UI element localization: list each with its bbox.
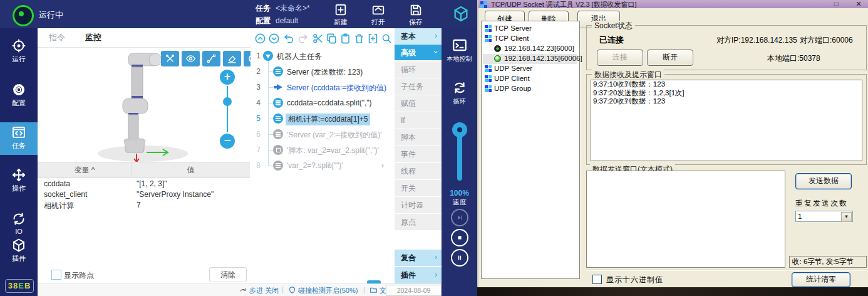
undo-button[interactable] — [283, 33, 296, 46]
cmd-item-switch[interactable]: 开关 — [395, 180, 442, 196]
cmd-item-if[interactable]: If — [395, 112, 442, 129]
save-icon — [409, 3, 423, 17]
search-button[interactable] — [381, 33, 394, 46]
close-button[interactable]: ✕ — [854, 0, 863, 8]
program-line[interactable]: 2 Server (发送数据: 123) — [251, 64, 394, 80]
tree-item-udp-client[interactable]: UDP Client — [483, 74, 577, 84]
zoom-in-button[interactable]: + — [220, 70, 235, 85]
running-status-icon — [13, 5, 34, 26]
show-hex-checkbox[interactable] — [592, 275, 602, 284]
terminal-icon — [452, 37, 468, 53]
open-task-button[interactable]: 打开 — [364, 3, 392, 27]
clear-button[interactable]: 清除 — [209, 267, 247, 282]
target-icon — [11, 38, 26, 53]
repeat-count-label: 重复发送次数 — [795, 198, 848, 209]
local-control-button[interactable]: 本地控制 — [442, 37, 477, 63]
table-row[interactable]: 相机计算 7 — [38, 200, 250, 211]
cmd-item-assign[interactable]: 赋值 — [395, 95, 442, 112]
column-value[interactable]: 值 — [132, 165, 250, 176]
redo-button[interactable] — [297, 33, 310, 46]
cut-button[interactable] — [312, 33, 325, 46]
zoom-slider-knob[interactable] — [223, 97, 232, 106]
tab-plugin[interactable]: 插件› — [395, 267, 442, 283]
scissors-icon — [312, 33, 324, 45]
stop-button[interactable] — [451, 229, 468, 246]
column-variable[interactable]: 变量 ^ — [38, 165, 132, 176]
program-line-disabled[interactable]: 6 'Server (var_2:=接收到的值)' — [251, 127, 394, 142]
view-path-button[interactable] — [202, 51, 220, 66]
tab-basic[interactable]: 基本› — [395, 28, 442, 44]
step-forward-button[interactable] — [451, 209, 468, 226]
program-line-current[interactable]: 3 Server (ccddata:=接收到的值) — [251, 80, 394, 95]
table-row[interactable]: ccddata "[1, 2, 3]" — [38, 179, 250, 189]
speed-slider-knob[interactable] — [452, 122, 467, 137]
connect-button[interactable]: 连接 — [597, 50, 643, 66]
collision-detect-status[interactable]: 碰撞检测开启(50%) — [288, 286, 358, 295]
panel-collapse-chevron[interactable]: › — [381, 161, 384, 170]
view-erase-button[interactable] — [223, 51, 241, 66]
clear-stats-button[interactable]: 统计清零 — [792, 272, 850, 287]
program-line-disabled[interactable]: 7 '脚本: var_2=var_2.split(",")' — [251, 142, 394, 158]
delete-button[interactable] — [353, 33, 366, 46]
cmd-item-loop[interactable]: 循环 — [395, 61, 442, 78]
cmd-item-subtask[interactable]: 子任务 — [395, 78, 442, 95]
expand-all-button[interactable] — [268, 33, 281, 46]
sidebar-item-run[interactable]: 运行 — [0, 36, 38, 68]
step-mode-status[interactable]: 步进 关闭 — [239, 286, 279, 295]
new-task-button[interactable]: 新建 — [327, 3, 354, 27]
tab-advanced[interactable]: 高级› — [395, 45, 442, 60]
connection-status-icon — [494, 55, 501, 62]
tree-item-tcp-client[interactable]: TCP Client — [483, 34, 577, 44]
local-port: 本地端口:50378 — [767, 53, 820, 64]
cmd-item-timer[interactable]: 计时器 — [395, 197, 442, 213]
show-waypoints-checkbox[interactable] — [51, 270, 61, 280]
tree-item-connection[interactable]: 192.168.142.23[6000] — [483, 44, 577, 54]
repeat-count-select[interactable]: 1 ▼ — [795, 211, 853, 222]
speed-slider-track[interactable] — [457, 132, 462, 181]
insert-button[interactable] — [367, 33, 380, 46]
tab-monitor[interactable]: 监控 — [85, 32, 101, 43]
cmd-item-origin[interactable]: 原点 — [395, 214, 442, 230]
view-visibility-button[interactable] — [182, 51, 200, 66]
save-task-button[interactable]: 保存 — [402, 3, 430, 27]
send-data-button[interactable]: 发送数据 — [795, 173, 852, 189]
disconnect-button[interactable]: 断开 — [647, 50, 693, 66]
sidebar-item-plugin[interactable]: 插件 — [0, 235, 38, 268]
copy-button[interactable] — [326, 33, 339, 46]
table-row[interactable]: socket_client "ServerProxy Instance" — [38, 189, 250, 200]
program-line-selected[interactable]: 5 相机计算:=ccddata[1]+5 — [251, 111, 394, 127]
socket-tool-window: TCP/UDP Socket 调试工具 V2.3 [数据收发窗口] □ ✕ 创建… — [477, 0, 868, 287]
loop-mode-button[interactable]: 循环 — [442, 80, 477, 106]
sidebar-item-operate[interactable]: 操作 — [0, 165, 38, 198]
loop-icon — [452, 80, 468, 96]
minimize-button[interactable]: □ — [832, 0, 840, 8]
tree-item-udp-server[interactable]: UDP Server — [483, 64, 577, 74]
tree-item-connection-selected[interactable]: 192.168.142.135[60006] — [483, 54, 577, 64]
cmd-item-thread[interactable]: 线程 — [395, 163, 442, 179]
tab-command[interactable]: 指令 — [49, 32, 65, 43]
zoom-slider-track[interactable] — [227, 86, 228, 132]
program-line[interactable]: 4 ccddata=ccddata.split(",") — [251, 95, 394, 111]
cmd-item-script[interactable]: 脚本 — [395, 129, 442, 145]
byte-stats: 收: 6字节, 发:5字节 — [789, 256, 867, 268]
dropdown-arrow-icon[interactable]: ▼ — [841, 212, 852, 222]
gear-icon — [11, 82, 26, 97]
program-line-root[interactable]: 1 机器人主任务 — [251, 48, 394, 64]
zoom-out-button[interactable]: − — [220, 134, 235, 149]
view-tools-button[interactable] — [161, 51, 179, 66]
pause-button[interactable] — [451, 249, 468, 267]
task-name: 任务<未命名>* — [256, 3, 310, 14]
send-textarea[interactable] — [586, 171, 785, 268]
receive-log[interactable]: 9:37:10收到数据：123 9:37:20发送数据：1,2,3[1次] 9:… — [591, 80, 862, 161]
window-titlebar[interactable]: TCP/UDP Socket 调试工具 V2.3 [数据收发窗口] □ ✕ — [478, 0, 868, 8]
collapse-all-button[interactable] — [254, 33, 267, 46]
program-tree-panel: 1 机器人主任务 2 Server (发送数据: 123) 3 Server (… — [251, 28, 395, 283]
cmd-item-event[interactable]: 事件 — [395, 146, 442, 162]
program-line-disabled[interactable]: 8 'var_2=?.split("")' — [251, 158, 394, 174]
tab-composite[interactable]: 复合› — [395, 250, 442, 266]
sidebar-item-task[interactable]: 任务 — [0, 122, 38, 155]
tree-item-udp-group[interactable]: UDP Group — [483, 84, 577, 94]
sidebar-item-config[interactable]: 配置 — [0, 80, 38, 112]
tree-item-tcp-server[interactable]: TCP Server — [483, 24, 577, 34]
paste-button[interactable] — [339, 33, 353, 46]
